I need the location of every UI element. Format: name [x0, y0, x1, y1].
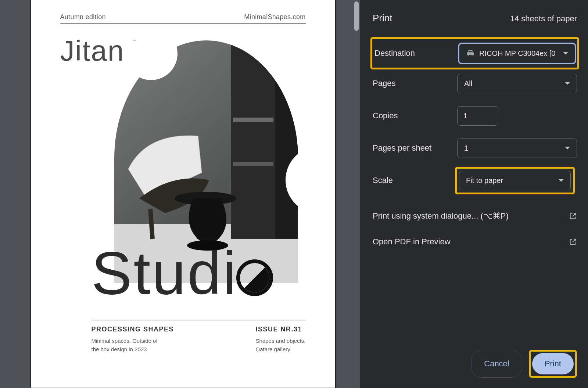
studio-wordmark: Studi [92, 242, 273, 303]
printer-icon [466, 49, 475, 57]
print-button-highlight: Print [529, 350, 577, 378]
panel-header: Print 14 sheets of paper [373, 12, 577, 24]
print-dialog-app: Autumn edition MinimalShapes.com Jitané [0, 0, 588, 388]
svg-rect-4 [233, 162, 273, 166]
print-button[interactable]: Print [532, 353, 574, 374]
issue-title: ISSUE NR.31 [256, 326, 306, 333]
page-header-left: Autumn edition [60, 13, 106, 21]
destination-row: Destination RICOH MP C3004ex [0 [370, 37, 579, 69]
svg-rect-5 [275, 40, 298, 239]
system-dialogue-text: Print using system dialogue... (⌥⌘P) [373, 211, 509, 221]
processing-title: PROCESSING SHAPES [92, 326, 174, 333]
destination-value: RICOH MP C3004ex [0 [479, 49, 556, 58]
destination-label: Destination [374, 48, 459, 58]
copies-label: Copies [373, 111, 457, 121]
cancel-button[interactable]: Cancel [471, 350, 522, 378]
preview-page: Autumn edition MinimalShapes.com Jitané [31, 0, 336, 388]
pages-row: Pages All [373, 67, 577, 100]
studio-o-icon [236, 259, 273, 296]
chevron-down-icon [565, 82, 570, 85]
processing-line-2: the box design in 2023 [92, 345, 174, 354]
external-link-icon [569, 238, 577, 246]
chevron-down-icon [559, 179, 564, 182]
pages-label: Pages [373, 79, 457, 88]
studio-text: Studi [92, 239, 238, 307]
external-link-icon [569, 212, 577, 220]
scale-row: Scale Fit to paper [373, 164, 577, 197]
processing-shapes-block: PROCESSING SHAPES Minimal spaces. Outsid… [92, 326, 174, 353]
print-preview-pane: Autumn edition MinimalShapes.com Jitané [0, 0, 353, 388]
scale-select[interactable]: Fit to paper [459, 171, 571, 190]
panel-title: Print [373, 12, 392, 24]
pages-per-sheet-select[interactable]: 1 [457, 139, 577, 158]
preview-scrollbar[interactable] [353, 0, 360, 388]
page-header-bar: Autumn edition MinimalShapes.com [60, 13, 306, 24]
pages-per-sheet-row: Pages per sheet 1 [373, 132, 577, 164]
sheet-count: 14 sheets of paper [510, 14, 577, 24]
issue-block: ISSUE NR.31 Shapes and objects. Qatare g… [256, 326, 306, 353]
issue-line-1: Shapes and objects. [256, 337, 306, 345]
scale-label: Scale [373, 176, 457, 185]
chevron-down-icon [565, 147, 570, 150]
preview-footer-block: PROCESSING SHAPES Minimal spaces. Outsid… [92, 320, 306, 353]
print-options-panel: Print 14 sheets of paper Destination RIC… [360, 0, 588, 388]
pages-select[interactable]: All [457, 74, 577, 93]
copies-input[interactable] [457, 106, 498, 126]
scale-value: Fit to paper [466, 176, 503, 185]
pages-per-sheet-value: 1 [464, 144, 468, 152]
pages-per-sheet-label: Pages per sheet [373, 143, 457, 153]
page-header-right: MinimalShapes.com [244, 13, 305, 21]
destination-select[interactable]: RICOH MP C3004ex [0 [459, 44, 575, 63]
scrollbar-thumb[interactable] [354, 1, 359, 31]
system-dialogue-link[interactable]: Print using system dialogue... (⌥⌘P) [373, 203, 577, 229]
pages-value: All [464, 79, 472, 88]
copies-row: Copies [373, 100, 577, 132]
svg-rect-3 [233, 118, 273, 122]
svg-rect-2 [231, 40, 275, 239]
issue-line-2: Qatare gallery [256, 345, 306, 354]
panel-footer: Cancel Print [373, 350, 577, 379]
processing-line-1: Minimal spaces. Outside of [92, 337, 174, 345]
open-preview-text: Open PDF in Preview [373, 237, 451, 247]
open-preview-link[interactable]: Open PDF in Preview [373, 229, 577, 255]
chevron-down-icon [563, 52, 568, 55]
